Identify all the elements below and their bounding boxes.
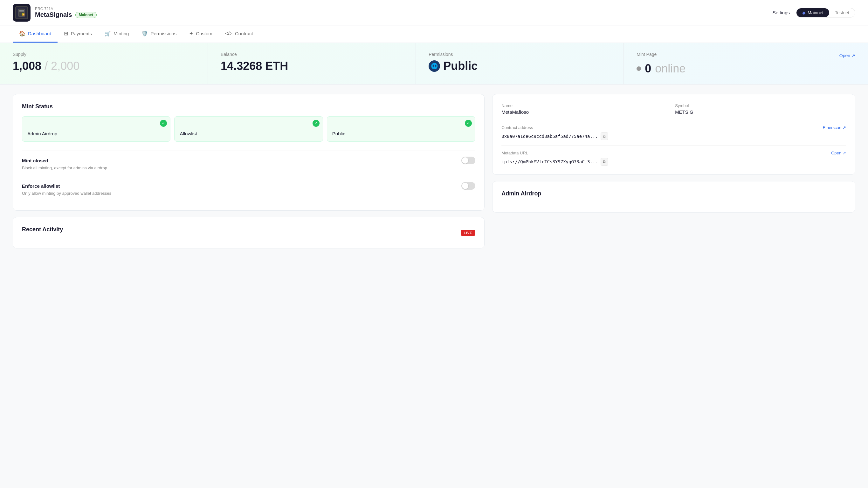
payments-icon: ⊞: [64, 31, 68, 36]
name-symbol-grid: Name MetaMafioso Symbol METSIG: [501, 103, 846, 115]
divider-1: [501, 120, 846, 120]
mint-page-label: Mint Page: [637, 52, 657, 57]
svg-rect-1: [20, 10, 24, 11]
nav: 🏠 Dashboard ⊞ Payments 🛒 Minting 🛡️ Perm…: [0, 25, 868, 43]
metadata-url-copy-button[interactable]: ⧉: [600, 158, 608, 165]
mint-status-card: Mint Status ✓ Admin Airdrop ✓ Allowlist …: [13, 94, 485, 210]
shield-icon: 🛡️: [142, 31, 148, 36]
stage-label-public: Public: [332, 131, 345, 136]
logo-image: 📶: [13, 4, 31, 22]
metadata-url-section: Metadata URL Open ↗ ipfs://QmPhkMVtcTCs3…: [501, 151, 846, 165]
nav-item-payments[interactable]: ⊞ Payments: [58, 25, 98, 42]
mint-status-title: Mint Status: [22, 103, 475, 110]
enforce-allowlist-toggle[interactable]: [461, 182, 475, 190]
online-dot-icon: [637, 66, 641, 71]
stage-check-public: ✓: [465, 120, 472, 127]
permissions-label: Permissions: [429, 52, 611, 57]
permissions-value: 🌐 Public: [429, 59, 611, 73]
mint-page-open-link[interactable]: Open ↗: [839, 53, 855, 58]
testnet-button[interactable]: Testnet: [829, 8, 855, 17]
supply-separator: /: [44, 59, 48, 73]
activity-header: Recent Activity LIVE: [22, 226, 475, 239]
nav-item-contract[interactable]: </> Contract: [219, 25, 259, 42]
minting-icon: 🛒: [104, 31, 111, 36]
main-content: Mint Status ✓ Admin Airdrop ✓ Allowlist …: [0, 85, 868, 258]
mainnet-button[interactable]: ◆ Mainnet: [797, 8, 829, 17]
stage-admin-airdrop: ✓ Admin Airdrop: [22, 116, 170, 142]
stats-row: Supply 1,008 / 2,000 Balance 14.3268 ETH…: [0, 43, 868, 85]
metadata-url-label: Metadata URL: [501, 151, 528, 155]
header-right: Settings ◆ Mainnet Testnet: [773, 8, 855, 18]
supply-stat: Supply 1,008 / 2,000: [0, 43, 208, 84]
metadata-url-value: ipfs://QmPhkMVtcTCs3Y97XygG73aCj3...: [501, 159, 598, 164]
stage-label-admin: Admin Airdrop: [27, 131, 57, 136]
balance-value: 14.3268 ETH: [221, 59, 403, 73]
online-count: 0: [645, 62, 651, 75]
name-label: Name: [501, 103, 673, 108]
logo-subtitle: ERC-721A: [35, 7, 97, 11]
settings-link[interactable]: Settings: [773, 10, 790, 15]
code-icon: </>: [225, 31, 232, 36]
mint-closed-desc: Block all minting, except for admins via…: [22, 165, 475, 170]
contract-address-header: Contract address Etherscan ↗: [501, 125, 846, 130]
symbol-value: METSIG: [675, 109, 846, 115]
nav-item-minting[interactable]: 🛒 Minting: [98, 25, 135, 42]
home-icon: 🏠: [19, 31, 25, 36]
left-panel: Mint Status ✓ Admin Airdrop ✓ Allowlist …: [13, 94, 485, 249]
supply-value: 1,008 / 2,000: [13, 59, 195, 73]
eth-icon: ◆: [802, 10, 806, 15]
mint-page-stat: Mint Page Open ↗ 0 online: [624, 43, 868, 84]
nav-item-permissions[interactable]: 🛡️ Permissions: [135, 25, 183, 42]
svg-rect-2: [20, 11, 24, 12]
contract-address-copy-button[interactable]: ⧉: [600, 132, 608, 140]
stage-public: ✓ Public: [327, 116, 475, 142]
enforce-allowlist-title: Enforce allowlist: [22, 183, 60, 189]
stage-check-allowlist: ✓: [313, 120, 319, 127]
contract-addr-row: 0x8a07a1de6c9ccd3ab5af5ad775ae74a... ⧉: [501, 132, 846, 140]
nav-item-custom[interactable]: ✦ Custom: [183, 25, 219, 42]
stage-allowlist: ✓ Allowlist: [174, 116, 323, 142]
recent-activity-title: Recent Activity: [22, 226, 63, 233]
contract-address-section: Contract address Etherscan ↗ 0x8a07a1de6…: [501, 125, 846, 140]
balance-label: Balance: [221, 52, 403, 57]
svg-text:📶: 📶: [22, 13, 25, 16]
right-panel: Name MetaMafioso Symbol METSIG Contract …: [492, 94, 855, 249]
supply-current: 1,008: [13, 59, 41, 73]
nav-item-dashboard[interactable]: 🏠 Dashboard: [13, 25, 58, 42]
external-link-icon: ↗: [851, 53, 855, 58]
mint-closed-toggle[interactable]: [461, 157, 475, 164]
enforce-allowlist-row: Enforce allowlist Only allow minting by …: [22, 176, 475, 201]
recent-activity-section: Recent Activity LIVE: [13, 217, 485, 249]
online-value: 0 online: [637, 62, 855, 75]
admin-airdrop-card: Admin Airdrop: [492, 181, 855, 213]
supply-label: Supply: [13, 52, 195, 57]
mint-stages: ✓ Admin Airdrop ✓ Allowlist ✓ Public: [22, 116, 475, 142]
supply-max: 2,000: [51, 59, 80, 73]
mainnet-badge: Mainnet: [75, 12, 97, 18]
contract-info-card: Name MetaMafioso Symbol METSIG Contract …: [492, 94, 855, 175]
network-toggle: ◆ Mainnet Testnet: [796, 8, 855, 18]
online-text: online: [655, 62, 685, 75]
enforce-allowlist-desc: Only allow minting by approved wallet ad…: [22, 191, 475, 196]
name-section: Name MetaMafioso: [501, 103, 673, 115]
admin-airdrop-title: Admin Airdrop: [501, 190, 846, 197]
logo-inner: 📶: [15, 6, 28, 19]
etherscan-link[interactable]: Etherscan ↗: [823, 125, 846, 130]
logo-section: 📶 ERC-721A MetaSignals Mainnet: [13, 4, 773, 22]
balance-stat: Balance 14.3268 ETH: [208, 43, 416, 84]
live-badge: LIVE: [461, 230, 476, 236]
header: 📶 ERC-721A MetaSignals Mainnet Settings …: [0, 0, 868, 25]
metadata-url-row: ipfs://QmPhkMVtcTCs3Y97XygG73aCj3... ⧉: [501, 158, 846, 165]
metadata-external-icon: ↗: [843, 151, 846, 155]
logo-text: ERC-721A MetaSignals Mainnet: [35, 7, 97, 19]
mint-page-header: Mint Page Open ↗: [637, 52, 855, 59]
globe-icon: 🌐: [429, 60, 440, 72]
stage-check-admin: ✓: [160, 120, 167, 127]
name-value: MetaMafioso: [501, 109, 673, 115]
svg-rect-3: [20, 13, 23, 13]
metadata-open-link[interactable]: Open ↗: [831, 151, 846, 155]
logo-title: MetaSignals: [35, 11, 72, 19]
mint-closed-title: Mint closed: [22, 158, 48, 163]
mint-closed-row: Mint closed Block all minting, except fo…: [22, 151, 475, 176]
mint-closed-header: Mint closed: [22, 157, 475, 164]
